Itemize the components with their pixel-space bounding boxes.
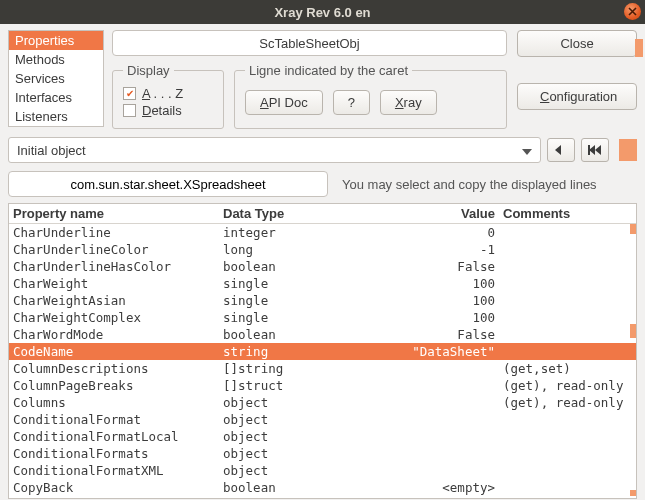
interface-field[interactable] — [8, 171, 328, 197]
table-row[interactable]: CharWeightsingle100 — [9, 275, 636, 292]
table-row[interactable]: CharWeightAsiansingle100 — [9, 292, 636, 309]
object-history-select[interactable]: Initial object — [8, 137, 541, 163]
col-header-comments: Comments — [499, 206, 636, 221]
table-row[interactable]: CharUnderlineinteger0 — [9, 224, 636, 241]
table-row[interactable]: ConditionalFormatXMLobject — [9, 462, 636, 479]
tab-methods[interactable]: Methods — [9, 50, 103, 69]
details-checkbox[interactable] — [123, 104, 136, 117]
table-row[interactable]: ColumnPageBreaks[]struct(get), read-only — [9, 377, 636, 394]
table-row[interactable]: CharWordModebooleanFalse — [9, 326, 636, 343]
table-row[interactable]: CharUnderlineHasColorbooleanFalse — [9, 258, 636, 275]
tab-listeners[interactable]: Listeners — [9, 107, 103, 126]
tab-interfaces[interactable]: Interfaces — [9, 88, 103, 107]
decorative-marker — [635, 39, 643, 57]
window-close-icon[interactable] — [624, 3, 641, 20]
svg-rect-0 — [588, 145, 590, 155]
object-history-label: Initial object — [17, 143, 86, 158]
details-label: Details — [142, 103, 182, 118]
object-name-field[interactable] — [112, 30, 507, 56]
table-row[interactable]: CharUnderlineColorlong-1 — [9, 241, 636, 258]
table-row[interactable]: ColumnDescriptions[]string(get,set) — [9, 360, 636, 377]
properties-table[interactable]: Property name Data Type Value Comments C… — [8, 203, 637, 499]
caret-legend: Ligne indicated by the caret — [245, 63, 412, 78]
help-button[interactable]: ? — [333, 90, 370, 115]
category-tabs[interactable]: Properties Methods Services Interfaces L… — [8, 30, 104, 127]
sort-az-label: A . . . Z — [142, 86, 183, 101]
col-header-type: Data Type — [219, 206, 359, 221]
table-row[interactable]: ConditionalFormatLocalobject — [9, 428, 636, 445]
copy-hint: You may select and copy the displayed li… — [342, 177, 597, 192]
table-row[interactable]: ConditionalFormatobject — [9, 411, 636, 428]
table-row[interactable]: CharWeightComplexsingle100 — [9, 309, 636, 326]
configuration-button[interactable]: Configuration — [517, 83, 637, 110]
col-header-name: Property name — [9, 206, 219, 221]
tab-properties[interactable]: Properties — [9, 31, 103, 50]
table-row[interactable]: CodeNamestring"DataSheet" — [9, 343, 636, 360]
display-group: Display ✔ A . . . Z Details — [112, 63, 224, 129]
scrollbar-indicator[interactable] — [630, 224, 636, 496]
col-header-value: Value — [359, 206, 499, 221]
table-row[interactable]: CopyBackboolean<empty> — [9, 479, 636, 496]
nav-first-button[interactable] — [581, 138, 609, 162]
chevron-down-icon — [522, 143, 532, 158]
decorative-marker — [619, 139, 637, 161]
caret-group: Ligne indicated by the caret API Doc ? X… — [234, 63, 507, 129]
xray-button[interactable]: Xray — [380, 90, 437, 115]
sort-az-checkbox[interactable]: ✔ — [123, 87, 136, 100]
display-legend: Display — [123, 63, 174, 78]
table-row[interactable]: ConditionalFormatsobject — [9, 445, 636, 462]
api-doc-button[interactable]: API Doc — [245, 90, 323, 115]
window-title: Xray Rev 6.0 en — [274, 5, 370, 20]
close-button[interactable]: Close — [517, 30, 637, 57]
window-titlebar: Xray Rev 6.0 en — [0, 0, 645, 24]
nav-back-button[interactable] — [547, 138, 575, 162]
table-row[interactable]: Columnsobject(get), read-only — [9, 394, 636, 411]
tab-services[interactable]: Services — [9, 69, 103, 88]
table-header: Property name Data Type Value Comments — [9, 204, 636, 224]
